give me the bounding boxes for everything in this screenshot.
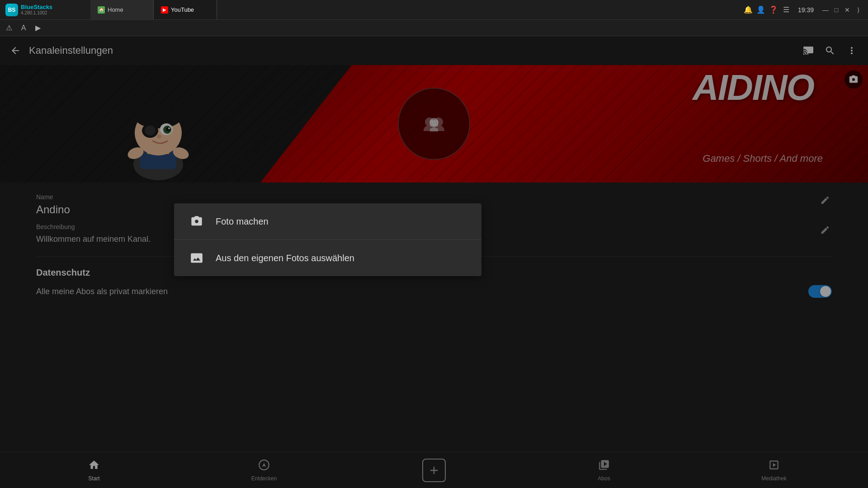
- titlebar: BS BlueStacks 4.280.1.1002 🏠 Home ▶ YouT…: [0, 0, 868, 20]
- svg-point-10: [168, 127, 170, 129]
- close-button[interactable]: ✕: [843, 5, 852, 14]
- svg-point-6: [145, 126, 156, 136]
- tab-home[interactable]: 🏠 Home: [90, 0, 154, 19]
- nav-add[interactable]: [349, 459, 519, 482]
- home-nav-icon: [88, 459, 100, 474]
- channel-name-banner: AIDINO: [693, 67, 814, 108]
- app-container: Kanaleinstellungen: [0, 36, 868, 488]
- name-edit-button[interactable]: [818, 193, 832, 209]
- choose-photo-item[interactable]: Aus den eigenen Fotos auswählen: [174, 240, 481, 276]
- svg-point-4: [135, 106, 182, 128]
- name-value: Andino: [36, 203, 70, 216]
- tab-youtube-label: YouTube: [171, 6, 194, 13]
- warning-icon[interactable]: ⚠: [4, 23, 14, 33]
- nav-subs[interactable]: Abos: [519, 459, 689, 482]
- channel-banner: AIDINO Games / Shorts / And more: [0, 65, 868, 183]
- nav-home[interactable]: Start: [9, 459, 179, 482]
- camera-menu-icon: [189, 213, 205, 230]
- back-button[interactable]: [7, 42, 24, 59]
- bell-icon[interactable]: 🔔: [744, 5, 753, 14]
- add-button[interactable]: [422, 459, 446, 482]
- bluestacks-icon: BS: [5, 4, 18, 16]
- menu-icon[interactable]: ☰: [782, 5, 791, 14]
- account-icon[interactable]: 👤: [756, 5, 765, 14]
- take-photo-label: Foto machen: [216, 216, 269, 227]
- description-edit-button[interactable]: [818, 223, 832, 239]
- topbar-actions: [799, 42, 861, 60]
- titlebar-brand: BlueStacks 4.280.1.1002: [21, 4, 52, 16]
- bluestacks-logo: BS BlueStacks 4.280.1.1002: [0, 4, 90, 16]
- search-button[interactable]: [821, 42, 839, 60]
- gallery-menu-icon: [189, 250, 205, 266]
- library-nav-icon: [768, 459, 780, 474]
- avatar-overlay: [398, 88, 470, 160]
- explore-nav-icon: [258, 459, 270, 474]
- avatar-circle[interactable]: [398, 88, 470, 160]
- tab-youtube[interactable]: ▶ YouTube: [154, 0, 217, 19]
- privacy-row: Alle meine Abos als privat markieren: [36, 285, 832, 298]
- app-topbar: Kanaleinstellungen: [0, 36, 868, 65]
- bottom-nav: Start Entdecken: [0, 452, 868, 488]
- take-photo-item[interactable]: Foto machen: [174, 203, 481, 240]
- extend-button[interactable]: ⟩: [854, 5, 863, 14]
- explore-nav-label: Entdecken: [251, 475, 277, 482]
- tabs-bar: 🏠 Home ▶ YouTube: [90, 0, 738, 19]
- brand-version: 4.280.1.1002: [21, 10, 52, 16]
- tab-home-label: Home: [108, 6, 123, 13]
- banner-mascot: [99, 65, 226, 183]
- question-icon[interactable]: ❓: [769, 5, 778, 14]
- subs-nav-icon: [598, 459, 610, 474]
- svg-point-9: [166, 127, 170, 131]
- subs-nav-label: Abos: [598, 475, 610, 482]
- svg-point-11: [157, 135, 161, 138]
- library-nav-label: Mediathek: [761, 475, 786, 482]
- clock: 19:39: [798, 6, 814, 14]
- context-menu: Foto machen Aus den eigenen Fotos auswäh…: [174, 203, 481, 276]
- titlebar-right: 🔔 👤 ❓ ☰ 19:39 — □ ✕ ⟩: [738, 5, 868, 14]
- text-icon[interactable]: A: [18, 23, 29, 33]
- toggle-thumb: [820, 286, 831, 297]
- minimize-button[interactable]: —: [821, 5, 830, 14]
- banner-camera-button[interactable]: [844, 70, 863, 89]
- name-label: Name: [36, 193, 70, 201]
- svg-point-17: [431, 121, 432, 122]
- nav-library[interactable]: Mediathek: [689, 459, 859, 482]
- play-icon[interactable]: ▶: [33, 23, 43, 33]
- description-value: Willkommen auf meinem Kanal.: [36, 233, 151, 245]
- page-title: Kanaleinstellungen: [29, 45, 794, 56]
- home-favicon: 🏠: [98, 6, 105, 14]
- cast-button[interactable]: [799, 42, 817, 60]
- youtube-favicon: ▶: [161, 6, 168, 14]
- maximize-button[interactable]: □: [832, 5, 841, 14]
- actionbar: ⚠ A ▶: [0, 20, 868, 36]
- description-content: Beschreibung Willkommen auf meinem Kanal…: [36, 223, 151, 245]
- nav-explore[interactable]: Entdecken: [179, 459, 349, 482]
- banner-tagline: Games / Shorts / And more: [703, 153, 823, 164]
- brand-name: BlueStacks: [21, 4, 52, 11]
- home-nav-label: Start: [88, 475, 99, 482]
- choose-photo-label: Aus den eigenen Fotos auswählen: [216, 253, 354, 263]
- privacy-label: Alle meine Abos als privat markieren: [36, 287, 168, 296]
- name-content: Name Andino: [36, 193, 70, 216]
- window-controls: — □ ✕ ⟩: [821, 5, 863, 14]
- privacy-toggle[interactable]: [808, 285, 832, 298]
- description-label: Beschreibung: [36, 223, 151, 230]
- more-button[interactable]: [843, 42, 861, 60]
